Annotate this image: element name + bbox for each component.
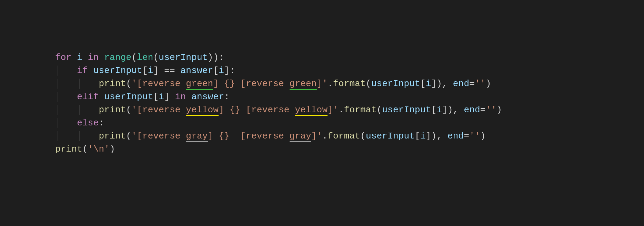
code-line: │ │ print('[reverse green] {} [reverse g… [55,79,491,90]
dot: . [322,131,328,141]
variable-answer: answer [181,65,213,76]
code-line: │ │ print('[reverse gray] {} [reverse gr… [55,131,486,142]
variable-i: i [148,65,153,76]
paren-open: ( [126,131,131,141]
bracket-open: [ [420,79,426,89]
function-format: format [333,79,366,89]
function-print: print [55,144,82,154]
paren-open: ( [131,52,137,63]
string-green-underlined: green [186,79,213,90]
paren-open: ( [376,105,382,115]
string-literal: ]' [311,131,322,141]
code-line: │ if userInput[i] == answer[i]: [55,65,235,76]
comma: , [436,131,442,141]
paren-close: ) [486,79,491,89]
paren-open: ( [126,79,131,89]
variable-i: i [420,131,426,141]
string-yellow-underlined: yellow [186,105,219,116]
comma: , [453,105,459,115]
indent-guide: │ [55,131,61,141]
indent-guide: │ [55,92,61,102]
string-literal: [reverse [235,79,290,89]
paren-close: ) [110,144,115,154]
function-format: format [344,105,377,115]
code-line: print('\n') [55,144,115,154]
keyword-if: if [77,65,88,76]
indent-guide: │ [77,105,82,115]
code-line: for i in range(len(userInput)): [55,52,224,63]
string-literal: [reverse [235,131,290,141]
string-empty: '' [486,105,497,115]
indent-guide: │ [55,79,61,89]
bracket-close: ] [153,65,159,76]
paren-close: ) [436,79,442,89]
variable-i: i [77,52,82,63]
paren-open: ( [153,52,159,63]
string-placeholder: {} [230,105,241,115]
string-literal: ] [219,105,230,115]
variable-i: i [219,65,224,76]
indent-guide: │ [55,118,61,128]
paren-close: ) [496,105,502,115]
string-gray-underlined: gray [186,131,208,142]
function-format: format [328,131,360,141]
string-literal: ] [208,131,219,141]
string-literal: ] [213,79,224,89]
kwarg-end: end [464,105,480,115]
paren-open: ( [366,79,371,89]
colon: : [219,52,224,63]
variable-answer: answer [191,92,224,102]
code-line: │ elif userInput[i] in answer: [55,92,230,102]
bracket-close: ] [431,79,437,89]
bracket-close: ] [164,92,170,102]
string-literal: '[reverse [131,131,186,141]
bracket-close: ] [426,131,431,141]
operator-eq: == [164,65,175,76]
variable-userInput: userInput [371,79,420,89]
paren-close: ) [480,131,486,141]
bracket-close: ] [224,65,230,76]
string-literal: [reverse [240,105,295,115]
dot: . [328,79,333,89]
string-empty: '' [469,131,480,141]
string-placeholder: {} [219,131,230,141]
variable-userInput: userInput [366,131,415,141]
string-yellow-underlined: yellow [295,105,328,116]
code-line: │ else: [55,118,104,128]
paren-open: ( [360,131,366,141]
keyword-in: in [175,92,186,102]
string-literal: '[reverse [131,105,186,115]
string-literal: ]' [328,105,339,115]
assign: = [480,105,486,115]
string-literal: ]' [317,79,328,89]
keyword-else: else [77,118,99,128]
indent-guide: │ [55,65,61,76]
builtin-len: len [137,52,153,63]
variable-userInput: userInput [104,92,153,102]
string-newline: '\n' [88,144,110,154]
bracket-open: [ [415,131,420,141]
variable-i: i [436,105,442,115]
paren-close: ) [447,105,453,115]
paren-close: ) [213,52,219,63]
function-print: print [99,131,126,141]
keyword-elif: elif [77,92,99,102]
builtin-range: range [104,52,131,63]
bracket-open: [ [153,92,159,102]
indent-guide: │ [77,131,82,141]
paren-close: ) [208,52,213,63]
string-gray-underlined: gray [290,131,311,142]
string-green-underlined: green [290,79,317,90]
colon: : [99,118,104,128]
code-editor[interactable]: for i in range(len(userInput)): │ if use… [0,0,644,156]
bracket-close: ] [442,105,447,115]
comma: , [442,79,447,89]
bracket-open: [ [213,65,219,76]
variable-i: i [426,79,431,89]
variable-userInput: userInput [93,65,142,76]
variable-userInput: userInput [159,52,208,63]
variable-i: i [159,92,164,102]
colon: : [230,65,235,76]
string-empty: '' [475,79,486,89]
string-literal: '[reverse [131,79,186,89]
